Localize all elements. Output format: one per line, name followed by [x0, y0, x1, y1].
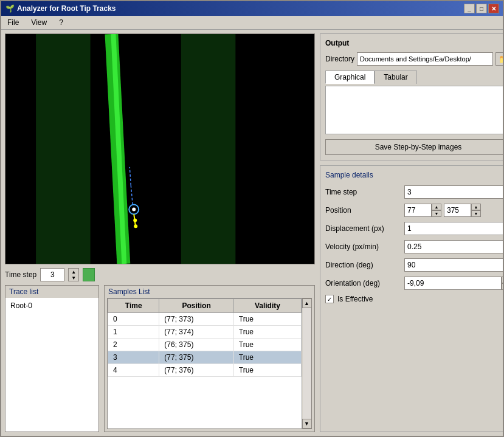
green-slider[interactable]: [83, 268, 95, 281]
table-body-scroll[interactable]: Time Position Validity 0 (77; 37: [108, 298, 302, 428]
folder-browse-button[interactable]: 📁: [495, 52, 503, 66]
samples-list-title: Samples List: [105, 286, 314, 298]
timestep-spinner[interactable]: ▲ ▼: [68, 268, 79, 281]
detail-displacement-input[interactable]: [404, 222, 503, 235]
cell-time: 3: [108, 351, 159, 364]
detail-label-direction: Direction (deg): [325, 261, 404, 269]
col-validity: Validity: [233, 299, 301, 313]
menu-bar: File View ?: [1, 16, 503, 30]
trace-list-title: Trace list: [5, 286, 98, 298]
close-button[interactable]: ✕: [488, 4, 499, 13]
timestep-up[interactable]: ▲: [69, 269, 78, 275]
directory-label: Directory: [325, 55, 354, 63]
detail-orientation-input[interactable]: [404, 277, 502, 290]
title-bar-left: 🌱 Analyzer for Root Tip Tracks: [5, 4, 116, 13]
position-y-input[interactable]: [444, 204, 471, 217]
detail-direction-input[interactable]: [404, 258, 503, 272]
save-step-by-step-button[interactable]: Save Step-by-Step images: [325, 139, 503, 155]
table-row[interactable]: 2 (76; 375) True: [108, 339, 302, 351]
timestep-row: Time step ▲ ▼: [5, 268, 315, 281]
tab-tabular[interactable]: Tabular: [375, 71, 416, 84]
directory-input[interactable]: [357, 52, 493, 66]
col-position: Position: [159, 299, 233, 313]
detail-label-displacement: Displacement (px): [325, 224, 404, 233]
cell-position: (76; 375): [159, 339, 233, 351]
pos-x-up[interactable]: ▲: [432, 204, 441, 210]
main-content: Time step ▲ ▼ Trace list Root-0: [1, 30, 503, 436]
samples-panel: Samples List Time Position Validity: [104, 285, 315, 432]
trace-list-content: Root-0: [5, 298, 98, 432]
detail-row-velocity: Velocity (px/min): [325, 240, 503, 253]
detail-row-timestep: Time step: [325, 185, 503, 199]
detail-row-displacement: Displacement (px): [325, 222, 503, 235]
cell-time: 0: [108, 313, 159, 326]
detail-label-velocity: Velocity (px/min): [325, 243, 404, 251]
svg-point-6: [132, 207, 136, 211]
cell-validity: True: [233, 364, 301, 377]
scroll-track[interactable]: [303, 308, 311, 419]
cell-position: (77; 373): [159, 313, 233, 326]
scroll-up-button[interactable]: ▲: [302, 298, 312, 308]
pos-input-group-y: ▲ ▼: [444, 204, 481, 217]
col-time: Time: [108, 299, 159, 313]
menu-help[interactable]: ?: [55, 17, 67, 28]
minimize-button[interactable]: _: [464, 4, 475, 13]
cell-position: (77; 376): [159, 364, 233, 377]
is-effective-checkbox[interactable]: ✓: [325, 295, 334, 303]
title-bar-buttons: _ □ ✕: [464, 4, 499, 13]
menu-view[interactable]: View: [27, 17, 50, 28]
table-row-selected[interactable]: 3 (77; 375) True: [108, 351, 302, 364]
table-header-row: Time Position Validity: [108, 299, 302, 313]
detail-label-orientation: Orientation (deg): [325, 279, 404, 287]
scroll-down-button[interactable]: ▼: [302, 419, 312, 428]
trace-item[interactable]: Root-0: [8, 300, 96, 311]
position-inputs: ▲ ▼ ▲ ▼: [404, 204, 503, 217]
position-x-input[interactable]: [404, 204, 432, 217]
is-effective-row: ✓ Is Effective: [325, 295, 503, 303]
cell-time: 2: [108, 339, 159, 351]
cell-time: 1: [108, 326, 159, 339]
bottom-panels: Trace list Root-0 Samples List: [5, 285, 315, 432]
svg-rect-1: [36, 34, 91, 264]
table-scrollbar: ▲ ▼: [302, 298, 311, 428]
samples-table-container: Time Position Validity 0 (77; 37: [107, 298, 312, 429]
table-row[interactable]: 0 (77; 373) True: [108, 313, 302, 326]
output-section: Output Directory 📁 Graphical Tabular Sav…: [320, 33, 503, 160]
tab-graphical[interactable]: Graphical: [325, 71, 375, 84]
timestep-input[interactable]: [40, 268, 64, 281]
svg-rect-4: [181, 34, 236, 264]
pos-x-spinner: ▲ ▼: [432, 204, 441, 217]
tab-content-graphical: [325, 86, 503, 134]
directory-row: Directory 📁: [325, 52, 503, 66]
pos-y-down[interactable]: ▼: [471, 210, 481, 217]
menu-file[interactable]: File: [4, 17, 22, 28]
table-row[interactable]: 4 (77; 376) True: [108, 364, 302, 377]
cell-position: (77; 375): [159, 351, 233, 364]
is-effective-label: Is Effective: [337, 295, 373, 303]
detail-row-direction: Direction (deg): [325, 258, 503, 272]
detail-timestep-input[interactable]: [404, 185, 503, 199]
pos-y-up[interactable]: ▲: [471, 204, 481, 210]
svg-point-9: [134, 224, 137, 228]
detail-row-position: Position ▲ ▼ ▲: [325, 204, 503, 217]
tab-bar: Graphical Tabular: [325, 71, 503, 84]
trace-list-panel: Trace list Root-0: [5, 285, 99, 432]
left-panel: Time step ▲ ▼ Trace list Root-0: [5, 33, 315, 432]
detail-velocity-input[interactable]: [404, 240, 503, 253]
orientation-down[interactable]: ▼: [502, 283, 503, 290]
cell-validity: True: [233, 351, 301, 364]
main-window: 🌱 Analyzer for Root Tip Tracks _ □ ✕ Fil…: [0, 0, 504, 437]
table-row[interactable]: 1 (77; 374) True: [108, 326, 302, 339]
cell-position: (77; 374): [159, 326, 233, 339]
output-title: Output: [325, 39, 503, 47]
sample-details-section: Sample details Time step Position ▲: [320, 165, 503, 432]
maximize-button[interactable]: □: [476, 4, 487, 13]
window-title: Analyzer for Root Tip Tracks: [17, 4, 116, 13]
sample-details-title: Sample details: [325, 171, 503, 179]
pos-input-group-x: ▲ ▼: [404, 204, 441, 217]
detail-label-timestep: Time step: [325, 188, 404, 196]
timestep-down[interactable]: ▼: [69, 275, 78, 281]
table-with-scroll: Time Position Validity 0 (77; 37: [108, 298, 311, 428]
pos-x-down[interactable]: ▼: [432, 210, 441, 217]
orientation-up[interactable]: ▲: [502, 277, 503, 283]
